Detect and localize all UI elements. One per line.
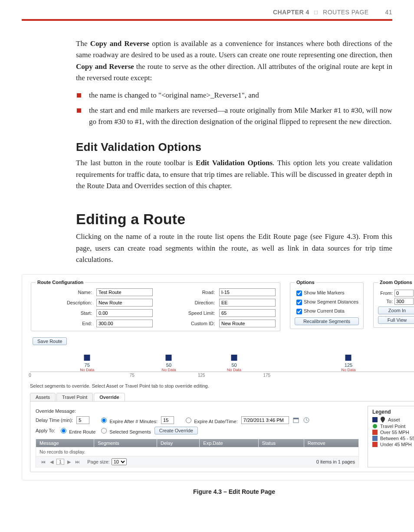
axis-tick-label: 0 (29, 373, 31, 378)
segment-marker[interactable]: 75No Data (80, 355, 94, 372)
legend-item: Over 55 MPH (372, 430, 414, 435)
delay-time-label: Delay Time (min): (36, 418, 73, 423)
direction-input[interactable] (219, 299, 276, 307)
calendar-icon[interactable] (292, 417, 299, 424)
apply-entire-option[interactable]: Entire Route (59, 427, 95, 434)
show-segment-distances-checkbox[interactable] (296, 300, 302, 305)
intro-paragraph: The Copy and Reverse option is available… (76, 38, 392, 84)
zoom-to-input[interactable] (394, 298, 414, 305)
grid-column-header[interactable]: Segments (94, 439, 157, 447)
asset-icon (372, 417, 378, 422)
start-label: Start: (36, 310, 92, 316)
segment-status: No Data (80, 368, 94, 372)
full-view-button[interactable]: Full View (378, 316, 414, 324)
pager-current: 1 (56, 459, 64, 465)
apply-selected-option[interactable]: Selected Segments (99, 427, 151, 434)
grid-column-header[interactable]: Exp.Date (200, 439, 259, 447)
page-size-label: Page size: (87, 459, 109, 464)
expire-after-minutes-input[interactable] (161, 416, 174, 424)
recalibrate-segments-button[interactable]: Recalibrate Segments (295, 317, 359, 325)
expire-after-minutes-radio[interactable] (101, 418, 107, 423)
expire-at-date-input[interactable] (241, 416, 289, 424)
grid-column-header[interactable]: Remove (304, 439, 358, 447)
page-size-select[interactable]: 10 (112, 458, 127, 465)
segment-box-icon (166, 355, 172, 361)
clock-icon[interactable] (303, 417, 310, 424)
overrides-grid: MessageSegmentsDelayExp.DateStatusRemove… (36, 439, 359, 457)
legend-item: Between 45 - 55 MPH (372, 436, 414, 441)
axis-tick-label: 175 (263, 373, 270, 378)
segment-length: 125 (341, 362, 355, 368)
pager-prev-icon[interactable]: ◀ (49, 459, 55, 465)
axis-tick-label: 125 (198, 373, 205, 378)
show-current-data-option[interactable]: Show Current Data (295, 307, 359, 316)
create-override-button[interactable]: Create Override (154, 427, 198, 434)
override-hint: Select segments to override. Select Asse… (30, 383, 414, 388)
road-input[interactable] (219, 288, 276, 296)
segment-marker[interactable]: 50No Data (161, 355, 176, 372)
color-swatch-icon (372, 430, 378, 435)
tab-assets[interactable]: Assets (30, 393, 56, 401)
grid-column-header[interactable]: Status (258, 439, 304, 447)
zoom-from-label: From: (378, 290, 393, 296)
header-section: ROUTES PAGE (323, 9, 369, 16)
route-configuration-panel: Route Configuration Name: Road: Descript… (31, 280, 280, 331)
segment-marker[interactable]: 125No Data (341, 355, 355, 372)
zoom-options-panel: Zoom Options From: To: Zoom In Full View (373, 280, 414, 328)
end-input[interactable] (96, 320, 153, 327)
start-input[interactable] (96, 309, 153, 317)
description-label: Description: (36, 300, 92, 305)
description-input[interactable] (96, 299, 153, 307)
zoom-in-button[interactable]: Zoom In (378, 307, 414, 314)
color-swatch-icon (372, 442, 378, 447)
dot-icon (372, 424, 378, 429)
page-number: 41 (378, 9, 392, 16)
name-input[interactable] (96, 288, 153, 296)
grid-empty-message: No records to display. (36, 447, 359, 457)
show-segment-distances-option[interactable]: Show Segment Distances (295, 298, 359, 307)
speed-limit-input[interactable] (219, 309, 276, 317)
axis-labels: 075125175300 (30, 373, 414, 379)
legend-item: Travel Point (372, 424, 414, 429)
segment-status: No Data (341, 368, 355, 372)
zoom-from-input[interactable] (394, 290, 414, 297)
tab-travel-point[interactable]: Travel Point (56, 393, 93, 401)
road-label: Road: (157, 290, 215, 295)
expire-at-date-option[interactable]: Expire At Date/Time: (184, 416, 238, 424)
show-mile-markers-checkbox[interactable] (296, 290, 302, 296)
zoom-options-legend: Zoom Options (378, 280, 414, 285)
expire-after-minutes-option[interactable]: Expire After # Minutes: (99, 416, 158, 424)
custom-id-input[interactable] (219, 320, 276, 327)
pin-icon (380, 417, 385, 423)
segment-strip[interactable]: 75No Data50No Data50No Data125No Data (30, 353, 414, 372)
legend-label: Travel Point (380, 424, 405, 429)
save-route-button[interactable]: Save Route (33, 337, 67, 345)
grid-column-header[interactable]: Message (36, 439, 94, 447)
delay-time-input[interactable] (76, 416, 89, 424)
pager: ⏮ ◀ 1 ▶ ⏭ Page size: 10 (39, 458, 127, 465)
edit-validation-paragraph: The last button in the route toolbar is … (76, 157, 392, 192)
section-heading-edit-validation: Edit Validation Options (76, 140, 392, 154)
grid-summary: 0 items in 1 pages (316, 459, 355, 464)
segment-marker[interactable]: 50No Data (227, 355, 241, 372)
pager-next-icon[interactable]: ▶ (66, 459, 72, 465)
exception-item-1: the name is changed to "<original name>_… (76, 90, 392, 101)
grid-column-header[interactable]: Delay (157, 439, 200, 447)
pager-last-icon[interactable]: ⏭ (74, 459, 81, 464)
apply-selected-radio[interactable] (101, 428, 107, 434)
svg-rect-1 (293, 418, 299, 419)
expire-at-date-radio[interactable] (186, 418, 191, 423)
show-mile-markers-option[interactable]: Show Mile Markers (295, 289, 359, 297)
exception-item-2: the start and end mile markers are rever… (76, 105, 392, 128)
pager-first-icon[interactable]: ⏮ (39, 459, 47, 464)
figure-caption: Figure 4.3 – Edit Route Page (76, 488, 392, 495)
legend-panel: Legend AssetTravel PointOver 55 MPHBetwe… (368, 406, 414, 467)
options-panel: Options Show Mile Markers Show Segment D… (290, 280, 364, 329)
show-current-data-checkbox[interactable] (296, 309, 302, 314)
tab-override[interactable]: Override (94, 393, 125, 401)
segment-status: No Data (161, 368, 176, 372)
segment-box-icon (345, 355, 352, 361)
header-separator-icon: ☐ (314, 10, 319, 16)
apply-entire-radio[interactable] (61, 428, 66, 434)
name-label: Name: (36, 290, 92, 295)
